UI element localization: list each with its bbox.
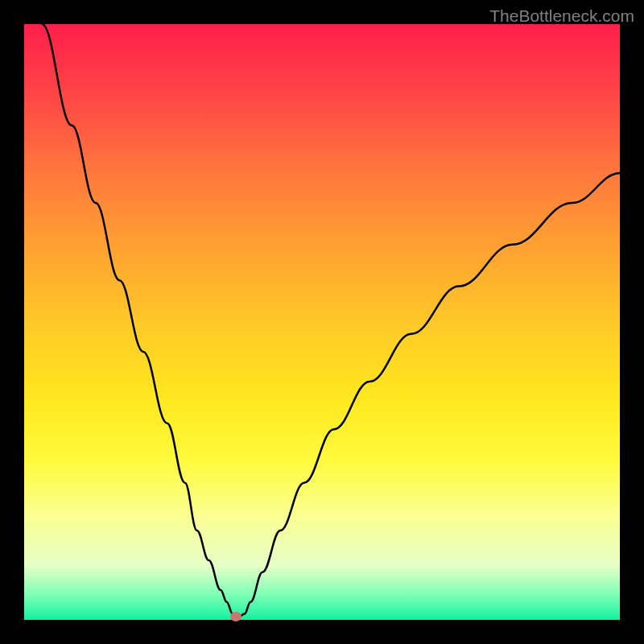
- watermark-text: TheBottleneck.com: [489, 6, 634, 26]
- curve-svg: [24, 24, 620, 620]
- optimal-marker: [230, 612, 242, 621]
- plot-area: [24, 24, 620, 620]
- chart-container: TheBottleneck.com: [0, 0, 644, 644]
- bottleneck-curve: [42, 24, 620, 617]
